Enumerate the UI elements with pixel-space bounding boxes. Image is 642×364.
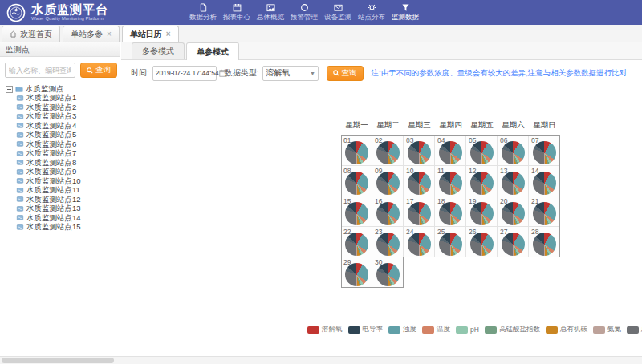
day-pie-chart[interactable] (345, 172, 368, 195)
calendar-day-cell[interactable]: 03 (404, 135, 435, 166)
day-pie-chart[interactable] (408, 172, 431, 195)
calendar-day-cell[interactable]: 18 (435, 196, 466, 227)
calendar-day-cell[interactable]: 28 (529, 227, 560, 257)
calendar-day-cell[interactable]: 06 (498, 135, 529, 166)
day-pie-chart[interactable] (502, 233, 525, 256)
calendar-day-cell[interactable]: 21 (529, 196, 560, 227)
day-pie-chart[interactable] (470, 202, 494, 225)
day-pie-chart[interactable] (345, 233, 368, 256)
day-pie-chart[interactable] (533, 202, 556, 225)
station-search-input[interactable] (5, 63, 75, 78)
day-pie-chart[interactable] (345, 202, 368, 225)
legend-item-温度[interactable]: 温度 (422, 325, 450, 334)
calendar-day-cell[interactable]: 16 (372, 196, 404, 227)
document-icon (199, 3, 208, 13)
horizontal-scrollbar[interactable] (0, 356, 642, 364)
tree-station-item[interactable]: 水质监测站点15 (16, 223, 120, 233)
day-pie-chart[interactable] (408, 141, 431, 164)
day-pie-chart[interactable] (439, 202, 462, 225)
calendar-day-cell[interactable]: 11 (435, 166, 466, 196)
nav-item-总体概览[interactable]: 总体概览 (254, 0, 287, 25)
datatype-value: 溶解氧 (266, 67, 311, 79)
calendar-day-cell[interactable]: 02 (372, 135, 404, 166)
day-pie-chart[interactable] (533, 233, 556, 256)
legend-item-电导率[interactable]: 电导率 (348, 325, 384, 334)
day-pie-chart[interactable] (533, 141, 556, 164)
nav-item-站点分布[interactable]: 站点分布 (355, 0, 388, 25)
calendar-day-cell[interactable]: 30 (372, 257, 404, 288)
calendar-day-cell[interactable]: 29 (341, 257, 372, 288)
day-pie-chart[interactable] (502, 172, 525, 195)
legend-item-溶解氧[interactable]: 溶解氧 (307, 325, 343, 334)
station-icon (16, 149, 26, 159)
calendar-day-cell[interactable]: 19 (466, 196, 498, 227)
day-pie-chart[interactable] (439, 172, 462, 195)
mode-tab-单参模式[interactable]: 单参模式 (186, 42, 239, 60)
legend-item-氨氮[interactable]: 氨氮 (593, 325, 621, 334)
calendar-day-cell[interactable]: 01 (341, 135, 372, 166)
calendar-day-cell[interactable]: 17 (404, 196, 435, 227)
day-pie-chart[interactable] (376, 141, 400, 164)
tree-collapse-icon[interactable] (6, 86, 13, 93)
day-pie-chart[interactable] (502, 141, 525, 164)
page-tab-欢迎首页[interactable]: 欢迎首页 (2, 26, 60, 42)
calendar-day-cell[interactable]: 23 (372, 227, 404, 257)
datatype-select[interactable]: 溶解氧 ▾ (262, 66, 319, 81)
nav-item-监测数据[interactable]: 监测数据 (388, 0, 422, 25)
page-tab-单站多参[interactable]: 单站多参× (63, 26, 120, 42)
day-pie-chart[interactable] (345, 141, 368, 164)
calendar-day-cell[interactable]: 27 (498, 227, 529, 257)
calendar-day-cell[interactable]: 14 (529, 166, 560, 196)
calendar-day-cell[interactable]: 04 (435, 135, 466, 166)
day-pie-chart[interactable] (470, 172, 494, 195)
nav-item-预警管理[interactable]: 预警管理 (287, 0, 321, 25)
day-pie-chart[interactable] (376, 233, 400, 256)
legend-item-总磷[interactable]: 总磷 (627, 325, 642, 334)
calendar-day-cell[interactable]: 07 (529, 135, 560, 166)
sidebar-title: 监测点 (0, 42, 120, 57)
calendar-day-cell[interactable]: 12 (466, 166, 498, 196)
day-pie-chart[interactable] (439, 233, 462, 256)
legend-item-浊度[interactable]: 浊度 (388, 325, 416, 334)
legend-item-总有机碳[interactable]: 总有机碳 (546, 325, 587, 334)
day-pie-chart[interactable] (470, 141, 494, 164)
day-pie-chart[interactable] (470, 233, 494, 256)
station-icon (16, 204, 26, 214)
day-pie-chart[interactable] (376, 263, 400, 286)
gear-icon (368, 3, 376, 13)
legend-item-高锰酸盐指数[interactable]: 高锰酸盐指数 (485, 325, 540, 334)
legend-item-pH[interactable]: pH (456, 326, 479, 334)
page-tab-单站日历[interactable]: 单站日历× (122, 26, 179, 42)
close-icon[interactable]: × (107, 30, 112, 38)
day-pie-chart[interactable] (439, 141, 462, 164)
calendar-day-cell[interactable]: 20 (498, 196, 529, 227)
nav-item-报表中心[interactable]: 报表中心 (220, 0, 254, 25)
nav-item-数据分析[interactable]: 数据分析 (186, 0, 220, 25)
scrollbar-thumb[interactable] (2, 358, 114, 363)
calendar-day-cell[interactable]: 08 (341, 166, 372, 196)
day-pie-chart[interactable] (502, 202, 525, 225)
sidebar-search-button[interactable]: 查询 (80, 63, 117, 78)
query-button[interactable]: 查询 (327, 66, 364, 81)
calendar-day-cell[interactable]: 22 (341, 227, 372, 257)
calendar-day-cell[interactable]: 25 (435, 227, 466, 257)
calendar-day-cell[interactable]: 26 (466, 227, 498, 257)
nav-item-label: 报表中心 (223, 13, 250, 22)
mode-tab-多参模式[interactable]: 多参模式 (132, 42, 185, 59)
date-input[interactable]: 2019-07-24 17:44:54 (152, 66, 217, 81)
tree-root-node[interactable]: 水质监测点 (6, 84, 120, 94)
close-icon[interactable]: × (166, 30, 171, 38)
day-pie-chart[interactable] (376, 172, 400, 195)
calendar-day-cell[interactable]: 15 (341, 196, 372, 227)
day-pie-chart[interactable] (376, 202, 400, 225)
day-pie-chart[interactable] (408, 233, 431, 256)
day-pie-chart[interactable] (345, 263, 368, 286)
nav-item-设备监测[interactable]: 设备监测 (321, 0, 355, 25)
calendar-day-cell[interactable]: 09 (372, 166, 404, 196)
calendar-day-cell[interactable]: 10 (404, 166, 435, 196)
calendar-day-cell[interactable]: 24 (404, 227, 435, 257)
day-pie-chart[interactable] (533, 172, 556, 195)
calendar-day-cell[interactable]: 13 (498, 166, 529, 196)
calendar-day-cell[interactable]: 05 (466, 135, 498, 166)
day-pie-chart[interactable] (408, 202, 431, 225)
